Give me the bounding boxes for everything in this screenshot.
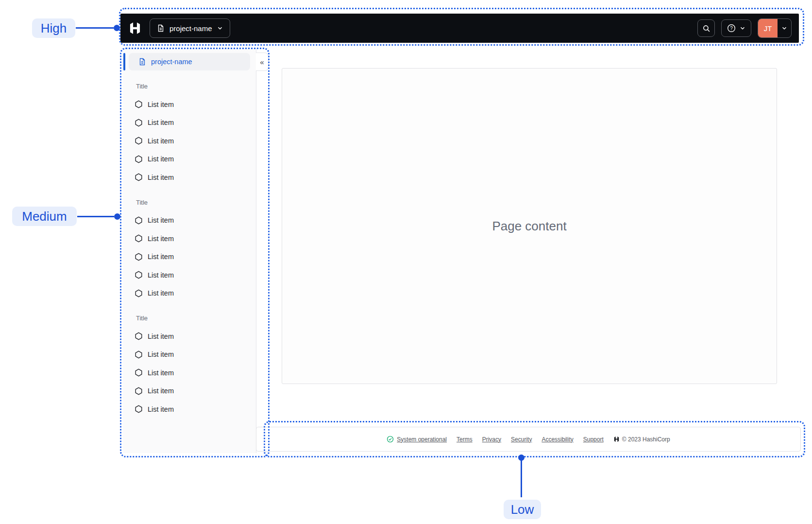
sidebar-project-label: project-name xyxy=(151,58,192,66)
search-button[interactable] xyxy=(697,19,715,37)
section-title: Title xyxy=(123,193,256,211)
app-footer: System operational Terms Privacy Securit… xyxy=(256,427,801,452)
hexagon-icon xyxy=(135,137,143,145)
page-content-placeholder: Page content xyxy=(492,219,566,234)
sidebar-item-label: List item xyxy=(148,235,174,243)
sidebar-section: Title List item List item List item List… xyxy=(123,77,256,187)
copyright-text: © 2023 HashiCorp xyxy=(622,436,670,443)
navbar-right-cluster: ? JT xyxy=(697,18,792,38)
sidebar-item-label: List item xyxy=(148,216,174,224)
section-title: Title xyxy=(123,77,256,95)
hexagon-icon xyxy=(135,271,143,279)
system-status: System operational xyxy=(387,436,447,443)
hexagon-icon xyxy=(135,119,143,127)
status-link[interactable]: System operational xyxy=(397,436,447,443)
sidebar-item-label: List item xyxy=(148,253,174,261)
sidebar-item-label: List item xyxy=(148,119,174,126)
sidebar-item[interactable]: List item xyxy=(123,248,256,266)
sidebar-item-label: List item xyxy=(148,350,174,358)
avatar: JT xyxy=(758,18,778,38)
help-circle-icon: ? xyxy=(727,24,736,33)
hexagon-icon xyxy=(135,253,143,261)
sidebar-item-label: List item xyxy=(148,405,174,413)
sidebar-item[interactable]: List item xyxy=(123,364,256,382)
hexagon-icon xyxy=(135,155,143,163)
hexagon-icon xyxy=(135,100,143,108)
chevron-down-icon xyxy=(778,25,791,31)
low-priority-label: Low xyxy=(504,500,541,519)
hexagon-icon xyxy=(135,216,143,225)
sidebar-item-label: List item xyxy=(148,332,174,340)
sidebar-collapse-button[interactable]: « xyxy=(256,52,269,71)
sidebar-item-label: List item xyxy=(148,101,174,108)
high-connector-line xyxy=(76,27,114,29)
hexagon-icon xyxy=(135,332,143,340)
file-text-icon xyxy=(138,58,146,66)
search-icon xyxy=(702,24,710,33)
sidebar-item[interactable]: List item xyxy=(123,327,256,346)
footer-copyright: © 2023 HashiCorp xyxy=(613,436,670,443)
low-connector-dot xyxy=(518,454,524,461)
hashicorp-logo xyxy=(613,436,620,442)
page-canvas: project-name ? JT xyxy=(0,0,812,524)
hexagon-icon xyxy=(135,387,143,395)
sidebar-section: Title List item List item List item List… xyxy=(123,193,256,303)
project-switcher-label: project-name xyxy=(169,24,212,33)
sidebar-item[interactable]: List item xyxy=(123,229,256,248)
hexagon-icon xyxy=(135,173,143,181)
hexagon-icon xyxy=(135,234,143,243)
sidebar-item[interactable]: List item xyxy=(123,132,256,150)
high-priority-label: High xyxy=(32,18,75,38)
chevron-down-icon xyxy=(217,25,223,31)
top-navbar: project-name ? JT xyxy=(120,14,799,43)
sidebar-sections: Title List item List item List item List… xyxy=(123,70,256,419)
sidebar-item-label: List item xyxy=(148,289,174,297)
sidebar-item[interactable]: List item xyxy=(123,114,256,132)
sidebar-item-label: List item xyxy=(148,387,174,395)
sidebar-item[interactable]: List item xyxy=(123,266,256,284)
hexagon-icon xyxy=(135,350,143,359)
sidebar-item[interactable]: List item xyxy=(123,168,256,187)
hexagon-icon xyxy=(135,289,143,297)
account-menu-button[interactable]: JT xyxy=(758,18,792,38)
high-connector-dot xyxy=(114,25,120,31)
medium-connector-dot xyxy=(114,213,120,220)
hexagon-icon xyxy=(135,368,143,377)
sidebar-item[interactable]: List item xyxy=(123,284,256,303)
sidebar-item[interactable]: List item xyxy=(123,95,256,114)
medium-priority-label: Medium xyxy=(12,207,77,226)
section-title: Title xyxy=(123,309,256,327)
hexagon-icon xyxy=(135,405,143,413)
footer-link-support[interactable]: Support xyxy=(583,436,604,443)
sidebar-item-label: List item xyxy=(148,174,174,181)
sidebar-item[interactable]: List item xyxy=(123,211,256,230)
active-item-indicator xyxy=(123,53,125,70)
footer-link-terms[interactable]: Terms xyxy=(457,436,473,443)
project-switcher-button[interactable]: project-name xyxy=(150,18,230,38)
chevron-down-icon xyxy=(740,25,745,31)
side-navigation: project-name « Title List item List item… xyxy=(123,48,256,453)
sidebar-item-label: List item xyxy=(148,137,174,145)
file-text-icon xyxy=(157,24,165,32)
sidebar-item-label: List item xyxy=(148,369,174,377)
sidebar-item[interactable]: List item xyxy=(123,400,256,419)
footer-link-accessibility[interactable]: Accessibility xyxy=(541,436,573,443)
main-content-area: Page content xyxy=(282,68,777,384)
sidebar-section: Title List item List item List item List… xyxy=(123,309,256,419)
low-connector-line xyxy=(521,457,522,497)
medium-connector-line xyxy=(77,216,114,217)
sidebar-item-label: List item xyxy=(148,155,174,163)
help-menu-button[interactable]: ? xyxy=(721,19,751,37)
sidebar-item[interactable]: List item xyxy=(123,346,256,364)
sidebar-item[interactable]: List item xyxy=(123,382,256,401)
collapse-chevrons-icon: « xyxy=(260,58,264,66)
check-circle-icon xyxy=(387,436,394,443)
sidebar-project-item[interactable]: project-name xyxy=(129,53,250,70)
sidebar-item[interactable]: List item xyxy=(123,150,256,169)
footer-link-privacy[interactable]: Privacy xyxy=(482,436,501,443)
hashicorp-logo xyxy=(128,21,142,35)
sidebar-item-label: List item xyxy=(148,271,174,279)
svg-text:?: ? xyxy=(730,26,733,31)
footer-link-security[interactable]: Security xyxy=(511,436,532,443)
